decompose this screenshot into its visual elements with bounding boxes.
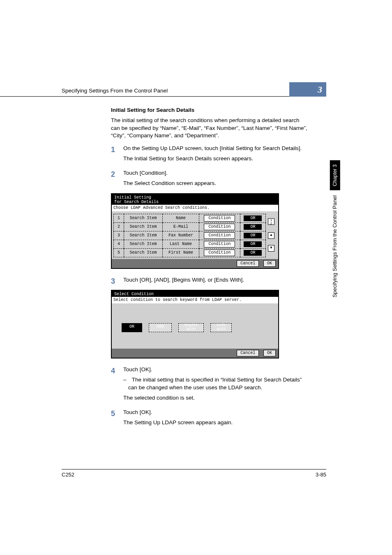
condition-button[interactable]: Condition <box>199 248 240 257</box>
option-and-button[interactable]: AND <box>149 323 172 332</box>
step-number: 2 <box>111 169 123 180</box>
table-row: 4 Search Item Last Name Condition OR ▼ <box>114 240 277 248</box>
scroll-down-button[interactable]: ▼ <box>268 245 274 252</box>
side-chapter-label: Chapter 3 <box>330 160 340 190</box>
page-footer: C252 3-85 <box>62 469 326 479</box>
row-value: Fax Number <box>163 231 199 240</box>
step-text: On the Setting Up LDAP screen, touch [In… <box>123 145 308 153</box>
table-row: 3 Search Item Fax Number Condition OR ▲ <box>114 231 277 240</box>
ok-button[interactable]: OK <box>263 260 276 267</box>
footer-page-number: 3-85 <box>316 471 326 479</box>
row-label: Search Item <box>124 222 163 231</box>
panel-title-line2: for Search Details <box>114 200 159 204</box>
panel-title-line1: Initial Setting <box>114 195 151 200</box>
row-num: 3 <box>114 231 124 240</box>
condition-button[interactable]: Condition <box>199 222 240 231</box>
screenshot-select-condition: Select Condition Select condition to sea… <box>111 290 279 358</box>
condition-button[interactable]: Condition <box>199 240 240 248</box>
scroll-indicator: 12 <box>268 218 274 225</box>
row-num: 1 <box>114 214 124 222</box>
panel-subtitle: Choose LDAP Advanced Search conditions. <box>112 205 278 211</box>
panel-footer: Cancel OK <box>112 259 278 268</box>
side-section-label: Specifying Settings From the Control Pan… <box>330 190 340 303</box>
step-2: 2 Touch [Condition]. The Select Conditio… <box>111 169 308 190</box>
step-text: Touch [OR], [AND], [Begins With], or [En… <box>123 276 308 284</box>
step-3: 3 Touch [OR], [AND], [Begins With], or [… <box>111 276 308 287</box>
or-value: OR <box>240 231 265 240</box>
main-content: Initial Setting for Search Details The i… <box>111 106 308 429</box>
side-tab: Chapter 3 Specifying Settings From the C… <box>330 160 340 302</box>
chapter-number: 3 <box>289 82 326 97</box>
row-num: 2 <box>114 222 124 231</box>
option-begins-with-button[interactable]: Begins With <box>178 323 204 332</box>
table-row: 2 Search Item E-Mail Condition OR <box>114 222 277 231</box>
conditions-table: 1 Search Item Name Condition OR 12 2 Sea… <box>113 214 277 257</box>
cancel-button[interactable]: Cancel <box>237 260 259 267</box>
row-label: Search Item <box>124 231 163 240</box>
step-text: Touch [OK]. <box>123 409 308 416</box>
step-text: Touch [OK]. <box>123 366 308 374</box>
row-value: First Name <box>163 248 199 257</box>
step-1: 1 On the Setting Up LDAP screen, touch [… <box>111 145 308 165</box>
step-result: The Setting Up LDAP screen appears again… <box>123 419 308 427</box>
panel-subtitle: Select condition to search keyword from … <box>112 297 278 303</box>
row-value: Last Name <box>163 240 199 248</box>
panel-title: Select Condition <box>112 291 278 297</box>
row-label: Search Item <box>124 248 163 257</box>
step-result: The Select Condition screen appears. <box>123 180 308 187</box>
or-value: OR <box>240 240 265 248</box>
row-num: 5 <box>114 248 124 257</box>
table-row: 5 Search Item First Name Condition OR <box>114 248 277 257</box>
panel-footer: Cancel OK <box>112 349 278 358</box>
intro-paragraph: The initial setting of the search condit… <box>111 117 308 140</box>
step-text: Touch [Condition]. <box>123 169 308 177</box>
step-number: 1 <box>111 145 123 155</box>
row-label: Search Item <box>124 240 163 248</box>
or-value: OR <box>240 214 265 222</box>
step-result: The selected condition is set. <box>123 394 308 402</box>
step-5: 5 Touch [OK]. The Setting Up LDAP screen… <box>111 409 308 429</box>
section-heading: Initial Setting for Search Details <box>111 106 308 114</box>
or-value: OR <box>240 222 265 231</box>
step-number: 3 <box>111 276 123 287</box>
footer-model: C252 <box>62 471 74 479</box>
condition-button[interactable]: Condition <box>199 231 240 240</box>
step-number: 5 <box>111 409 123 419</box>
ok-button[interactable]: OK <box>263 350 276 356</box>
panel-title: Initial Setting for Search Details <box>112 194 278 205</box>
table-row: 1 Search Item Name Condition OR 12 <box>114 214 277 222</box>
scroll-up-button[interactable]: ▲ <box>268 232 274 239</box>
cancel-button[interactable]: Cancel <box>237 350 259 356</box>
row-value: E-Mail <box>163 222 199 231</box>
step-4: 4 Touch [OK]. – The initial setting that… <box>111 366 308 405</box>
option-or-button[interactable]: OR <box>122 323 142 332</box>
option-ends-with-button[interactable]: Ends With <box>210 323 232 332</box>
condition-button[interactable]: Condition <box>199 214 240 222</box>
or-value: OR <box>240 248 265 257</box>
page-header: Specifying Settings From the Control Pan… <box>0 82 326 97</box>
row-num: 4 <box>114 240 124 248</box>
step-result: The Initial Setting for Search Details s… <box>123 155 308 163</box>
step-number: 4 <box>111 366 123 376</box>
step-note: – The initial setting that is specified … <box>123 376 308 392</box>
screenshot-initial-setting: Initial Setting for Search Details Choos… <box>111 193 279 269</box>
row-value: Name <box>163 214 199 222</box>
row-label: Search Item <box>124 214 163 222</box>
running-title: Specifying Settings From the Control Pan… <box>0 87 289 95</box>
